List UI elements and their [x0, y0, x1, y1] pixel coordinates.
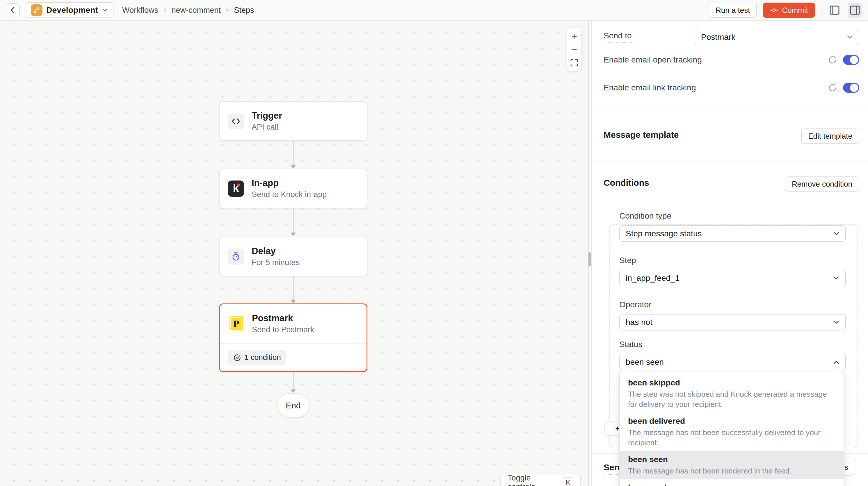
- reset-sync-icon[interactable]: [828, 83, 837, 92]
- dropdown-option-been-read[interactable]: been read: [620, 479, 843, 486]
- condition-count-label: 1 condition: [244, 353, 281, 362]
- node-title: Postmark: [252, 313, 314, 324]
- node-end[interactable]: End: [277, 393, 310, 418]
- remove-condition-button[interactable]: Remove condition: [785, 176, 859, 192]
- edge-delay-postmark: [293, 273, 293, 300]
- commit-button[interactable]: Commit: [763, 3, 815, 18]
- check-circle-icon: [233, 354, 241, 361]
- send-to-row: Send to Postmark: [603, 29, 859, 45]
- open-tracking-controls: [828, 55, 859, 65]
- zoom-out-button[interactable]: −: [567, 43, 581, 56]
- environment-name: Development: [46, 5, 98, 15]
- link-tracking-toggle[interactable]: [843, 83, 859, 93]
- node-postmark-main: P Postmark Send to Postmark: [220, 304, 367, 343]
- postmark-stamp-icon: P: [228, 316, 244, 332]
- send-to-value: Postmark: [701, 33, 735, 42]
- step-value: in_app_feed_1: [626, 273, 680, 283]
- message-template-row: Message template Edit template: [603, 128, 859, 143]
- operator-select[interactable]: has not: [619, 314, 846, 330]
- section-divider: [592, 109, 868, 110]
- link-tracking-row: Enable email link tracking: [603, 83, 859, 93]
- condition-type-value: Step message status: [626, 229, 702, 238]
- toggle-right-panel-button[interactable]: [848, 3, 862, 18]
- dropdown-option-been-seen[interactable]: been seen The message has not been rende…: [620, 451, 843, 479]
- node-subtitle: Send to Postmark: [252, 325, 314, 334]
- step-label: Step: [619, 256, 846, 265]
- breadcrumb: Workflows › new-comment › Steps: [122, 5, 254, 15]
- step-settings-panel: Send to Postmark Enable email open track…: [592, 21, 868, 486]
- chevron-up-icon: [833, 360, 839, 364]
- run-test-button[interactable]: Run a test: [709, 3, 757, 18]
- chevron-down-icon: [833, 232, 839, 236]
- node-subtitle: Send to Knock in-app: [252, 190, 327, 199]
- stopwatch-icon: [228, 249, 244, 265]
- edge-arrowhead-icon: [290, 165, 296, 169]
- left-panel-icon: [829, 5, 840, 15]
- node-postmark[interactable]: P Postmark Send to Postmark 1 condition: [219, 303, 367, 372]
- dropdown-option-been-skipped[interactable]: been skipped The step was not skipped an…: [620, 374, 843, 413]
- toggle-knob: [850, 84, 858, 92]
- panel-resize-grip[interactable]: [588, 252, 591, 266]
- option-title: been skipped: [628, 378, 835, 388]
- toggle-knob: [850, 56, 858, 64]
- node-trigger[interactable]: Trigger API call: [219, 101, 367, 141]
- node-title: Trigger: [252, 110, 282, 121]
- operator-field: Operator has not: [619, 300, 846, 330]
- conditions-label: Conditions: [603, 178, 649, 190]
- breadcrumb-separator-icon: ›: [226, 5, 229, 14]
- open-tracking-row: Enable email open tracking: [603, 55, 859, 65]
- canvas-zoom-controls: + −: [567, 28, 581, 71]
- option-title: been seen: [628, 454, 835, 465]
- status-select[interactable]: been seen: [619, 354, 846, 370]
- breadcrumb-separator-icon: ›: [163, 5, 166, 14]
- node-delay-titles: Delay For 5 minutes: [252, 246, 300, 267]
- edge-inapp-delay: [293, 205, 293, 232]
- node-in-app[interactable]: k In-app Send to Knock in-app: [219, 169, 367, 208]
- code-icon: [228, 113, 244, 129]
- conditions-header-row: Conditions Remove condition: [603, 176, 859, 192]
- link-tracking-label: Enable email link tracking: [603, 83, 696, 92]
- status-label: Status: [619, 340, 846, 349]
- edge-arrowhead-icon: [290, 300, 296, 303]
- workflow-canvas[interactable]: Trigger API call k In-app Send to Knock …: [0, 21, 588, 486]
- node-trigger-titles: Trigger API call: [252, 110, 282, 132]
- open-tracking-toggle[interactable]: [843, 55, 859, 65]
- node-title: Delay: [252, 246, 300, 256]
- node-trigger-main: Trigger API call: [220, 102, 367, 140]
- toggle-left-panel-button[interactable]: [827, 3, 842, 18]
- workflow-builder-app: Development Workflows › new-comment › St…: [0, 0, 868, 486]
- send-to-select[interactable]: Postmark: [694, 29, 859, 45]
- zoom-in-button[interactable]: +: [567, 29, 581, 43]
- step-field: Step in_app_feed_1: [619, 256, 846, 286]
- edit-template-button[interactable]: Edit template: [801, 128, 859, 143]
- dropdown-option-been-delivered[interactable]: been delivered The message has not been …: [620, 413, 843, 451]
- commit-label: Commit: [782, 6, 808, 15]
- back-button[interactable]: [6, 3, 20, 17]
- postmark-letter: P: [229, 316, 243, 331]
- status-value: been seen: [626, 358, 664, 367]
- step-select[interactable]: in_app_feed_1: [619, 270, 846, 286]
- keyboard-shortcut-badge: K: [563, 477, 574, 486]
- right-panel-icon: [849, 5, 861, 15]
- fit-view-button[interactable]: [567, 56, 581, 69]
- node-subtitle: For 5 minutes: [252, 258, 300, 267]
- link-tracking-controls: [828, 83, 859, 93]
- node-subtitle: API call: [252, 123, 282, 132]
- reset-sync-icon[interactable]: [828, 55, 837, 65]
- commit-icon: [770, 7, 778, 13]
- breadcrumb-workflow-name[interactable]: new-comment: [171, 6, 221, 15]
- topbar: Development Workflows › new-comment › St…: [0, 0, 868, 21]
- node-delay[interactable]: Delay For 5 minutes: [219, 237, 367, 277]
- edge-trigger-inapp: [293, 137, 293, 165]
- environment-selector[interactable]: Development: [26, 2, 114, 18]
- condition-type-select[interactable]: Step message status: [619, 225, 846, 242]
- message-template-label: Message template: [603, 130, 679, 142]
- chevron-down-icon: [833, 276, 839, 280]
- section-divider: [592, 160, 868, 160]
- option-description: The step was not skipped and Knock gener…: [628, 389, 835, 410]
- toggle-controls-bar[interactable]: Toggle controls K: [500, 474, 581, 486]
- breadcrumb-workflows[interactable]: Workflows: [122, 6, 158, 15]
- git-branch-icon: [31, 4, 42, 16]
- operator-value: has not: [626, 318, 652, 327]
- knock-dot: [237, 184, 240, 187]
